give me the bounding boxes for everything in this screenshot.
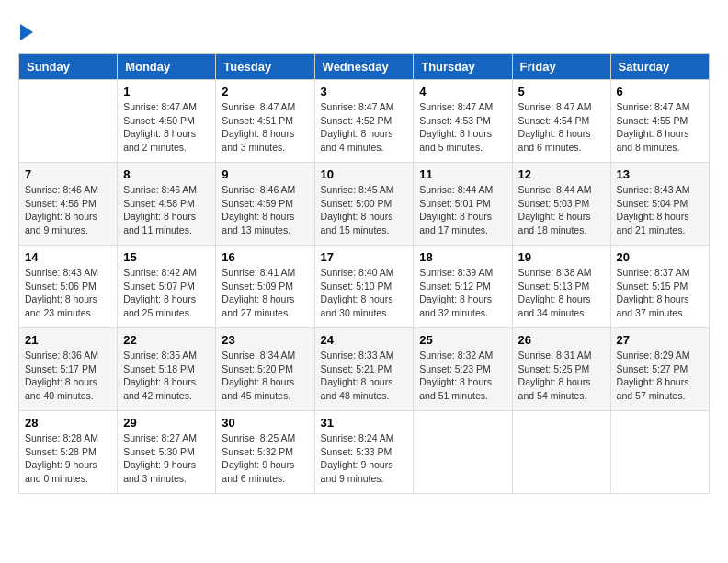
day-number: 28 xyxy=(25,416,111,430)
day-number: 25 xyxy=(419,333,506,347)
calendar-cell: 2Sunrise: 8:47 AM Sunset: 4:51 PM Daylig… xyxy=(216,80,314,163)
day-number: 24 xyxy=(321,333,408,347)
day-number: 30 xyxy=(222,416,308,430)
day-info: Sunrise: 8:25 AM Sunset: 5:32 PM Dayligh… xyxy=(222,431,308,486)
day-info: Sunrise: 8:44 AM Sunset: 5:01 PM Dayligh… xyxy=(419,183,506,237)
calendar-cell: 13Sunrise: 8:43 AM Sunset: 5:04 PM Dayli… xyxy=(610,163,709,246)
calendar-week-row: 7Sunrise: 8:46 AM Sunset: 4:56 PM Daylig… xyxy=(19,163,710,246)
day-number: 18 xyxy=(419,250,506,264)
day-number: 22 xyxy=(123,333,210,347)
calendar-cell: 27Sunrise: 8:29 AM Sunset: 5:27 PM Dayli… xyxy=(610,328,709,411)
day-number: 14 xyxy=(25,250,111,264)
day-number: 6 xyxy=(617,85,703,98)
calendar-cell: 5Sunrise: 8:47 AM Sunset: 4:54 PM Daylig… xyxy=(512,80,610,163)
day-number: 3 xyxy=(321,85,408,98)
day-info: Sunrise: 8:42 AM Sunset: 5:07 PM Dayligh… xyxy=(123,266,210,320)
day-number: 4 xyxy=(419,85,506,98)
page-header xyxy=(18,18,710,44)
day-number: 2 xyxy=(222,85,308,98)
calendar-cell: 19Sunrise: 8:38 AM Sunset: 5:13 PM Dayli… xyxy=(512,246,610,328)
calendar-cell: 18Sunrise: 8:39 AM Sunset: 5:12 PM Dayli… xyxy=(414,246,512,328)
calendar-cell xyxy=(414,411,512,494)
day-info: Sunrise: 8:31 AM Sunset: 5:25 PM Dayligh… xyxy=(518,349,605,403)
day-number: 13 xyxy=(617,167,703,181)
day-number: 16 xyxy=(222,250,308,264)
calendar-cell: 12Sunrise: 8:44 AM Sunset: 5:03 PM Dayli… xyxy=(512,163,610,246)
calendar-header-row: SundayMondayTuesdayWednesdayThursdayFrid… xyxy=(19,54,710,80)
calendar-cell: 21Sunrise: 8:36 AM Sunset: 5:17 PM Dayli… xyxy=(19,328,118,411)
day-number: 17 xyxy=(321,250,408,264)
calendar-cell: 4Sunrise: 8:47 AM Sunset: 4:53 PM Daylig… xyxy=(414,80,512,163)
day-info: Sunrise: 8:32 AM Sunset: 5:23 PM Dayligh… xyxy=(419,349,506,403)
day-number: 9 xyxy=(222,167,308,181)
calendar-cell xyxy=(512,411,610,494)
day-info: Sunrise: 8:43 AM Sunset: 5:06 PM Dayligh… xyxy=(25,266,111,320)
weekday-header-friday: Friday xyxy=(512,54,610,80)
logo xyxy=(18,18,34,44)
day-number: 21 xyxy=(25,333,111,347)
calendar-cell: 23Sunrise: 8:34 AM Sunset: 5:20 PM Dayli… xyxy=(216,328,314,411)
calendar-cell: 22Sunrise: 8:35 AM Sunset: 5:18 PM Dayli… xyxy=(118,328,216,411)
day-info: Sunrise: 8:28 AM Sunset: 5:28 PM Dayligh… xyxy=(25,431,111,486)
day-info: Sunrise: 8:47 AM Sunset: 4:55 PM Dayligh… xyxy=(617,100,703,155)
calendar-table: SundayMondayTuesdayWednesdayThursdayFrid… xyxy=(18,53,710,494)
weekday-header-thursday: Thursday xyxy=(414,54,512,80)
day-number: 15 xyxy=(123,250,210,264)
calendar-cell: 29Sunrise: 8:27 AM Sunset: 5:30 PM Dayli… xyxy=(118,411,216,494)
weekday-header-saturday: Saturday xyxy=(610,54,709,80)
calendar-cell: 26Sunrise: 8:31 AM Sunset: 5:25 PM Dayli… xyxy=(512,328,610,411)
day-info: Sunrise: 8:46 AM Sunset: 4:58 PM Dayligh… xyxy=(123,183,210,237)
day-number: 20 xyxy=(617,250,703,264)
day-number: 10 xyxy=(321,167,408,181)
calendar-cell: 6Sunrise: 8:47 AM Sunset: 4:55 PM Daylig… xyxy=(610,80,709,163)
calendar-week-row: 14Sunrise: 8:43 AM Sunset: 5:06 PM Dayli… xyxy=(19,246,710,328)
day-info: Sunrise: 8:35 AM Sunset: 5:18 PM Dayligh… xyxy=(123,349,210,403)
day-number: 1 xyxy=(123,85,210,98)
calendar-week-row: 28Sunrise: 8:28 AM Sunset: 5:28 PM Dayli… xyxy=(19,411,710,494)
calendar-cell: 10Sunrise: 8:45 AM Sunset: 5:00 PM Dayli… xyxy=(314,163,414,246)
calendar-cell xyxy=(19,80,118,163)
calendar-cell: 30Sunrise: 8:25 AM Sunset: 5:32 PM Dayli… xyxy=(216,411,314,494)
svg-marker-0 xyxy=(20,24,33,40)
calendar-cell: 20Sunrise: 8:37 AM Sunset: 5:15 PM Dayli… xyxy=(610,246,709,328)
weekday-header-sunday: Sunday xyxy=(19,54,118,80)
day-number: 19 xyxy=(518,250,605,264)
day-info: Sunrise: 8:44 AM Sunset: 5:03 PM Dayligh… xyxy=(518,183,605,237)
day-info: Sunrise: 8:34 AM Sunset: 5:20 PM Dayligh… xyxy=(222,349,308,403)
day-info: Sunrise: 8:36 AM Sunset: 5:17 PM Dayligh… xyxy=(25,349,111,403)
calendar-cell: 15Sunrise: 8:42 AM Sunset: 5:07 PM Dayli… xyxy=(118,246,216,328)
calendar-cell: 1Sunrise: 8:47 AM Sunset: 4:50 PM Daylig… xyxy=(118,80,216,163)
calendar-cell: 9Sunrise: 8:46 AM Sunset: 4:59 PM Daylig… xyxy=(216,163,314,246)
logo-text xyxy=(18,18,34,44)
day-info: Sunrise: 8:47 AM Sunset: 4:52 PM Dayligh… xyxy=(321,100,408,155)
day-info: Sunrise: 8:38 AM Sunset: 5:13 PM Dayligh… xyxy=(518,266,605,320)
day-info: Sunrise: 8:29 AM Sunset: 5:27 PM Dayligh… xyxy=(617,349,703,403)
day-info: Sunrise: 8:43 AM Sunset: 5:04 PM Dayligh… xyxy=(617,183,703,237)
calendar-week-row: 21Sunrise: 8:36 AM Sunset: 5:17 PM Dayli… xyxy=(19,328,710,411)
day-info: Sunrise: 8:45 AM Sunset: 5:00 PM Dayligh… xyxy=(321,183,408,237)
calendar-cell: 28Sunrise: 8:28 AM Sunset: 5:28 PM Dayli… xyxy=(19,411,118,494)
calendar-cell: 17Sunrise: 8:40 AM Sunset: 5:10 PM Dayli… xyxy=(314,246,414,328)
day-number: 31 xyxy=(321,416,408,430)
calendar-cell: 25Sunrise: 8:32 AM Sunset: 5:23 PM Dayli… xyxy=(414,328,512,411)
day-info: Sunrise: 8:39 AM Sunset: 5:12 PM Dayligh… xyxy=(419,266,506,320)
day-number: 23 xyxy=(222,333,308,347)
day-info: Sunrise: 8:24 AM Sunset: 5:33 PM Dayligh… xyxy=(321,431,408,486)
calendar-cell: 7Sunrise: 8:46 AM Sunset: 4:56 PM Daylig… xyxy=(19,163,118,246)
calendar-cell: 14Sunrise: 8:43 AM Sunset: 5:06 PM Dayli… xyxy=(19,246,118,328)
day-info: Sunrise: 8:46 AM Sunset: 4:56 PM Dayligh… xyxy=(25,183,111,237)
weekday-header-wednesday: Wednesday xyxy=(314,54,414,80)
day-number: 12 xyxy=(518,167,605,181)
day-number: 27 xyxy=(617,333,703,347)
calendar-week-row: 1Sunrise: 8:47 AM Sunset: 4:50 PM Daylig… xyxy=(19,80,710,163)
day-info: Sunrise: 8:41 AM Sunset: 5:09 PM Dayligh… xyxy=(222,266,308,320)
day-info: Sunrise: 8:46 AM Sunset: 4:59 PM Dayligh… xyxy=(222,183,308,237)
calendar-cell xyxy=(610,411,709,494)
day-info: Sunrise: 8:37 AM Sunset: 5:15 PM Dayligh… xyxy=(617,266,703,320)
calendar-cell: 8Sunrise: 8:46 AM Sunset: 4:58 PM Daylig… xyxy=(118,163,216,246)
calendar-cell: 24Sunrise: 8:33 AM Sunset: 5:21 PM Dayli… xyxy=(314,328,414,411)
day-info: Sunrise: 8:47 AM Sunset: 4:50 PM Dayligh… xyxy=(123,100,210,155)
day-number: 8 xyxy=(123,167,210,181)
day-info: Sunrise: 8:33 AM Sunset: 5:21 PM Dayligh… xyxy=(321,349,408,403)
day-info: Sunrise: 8:27 AM Sunset: 5:30 PM Dayligh… xyxy=(123,431,210,486)
